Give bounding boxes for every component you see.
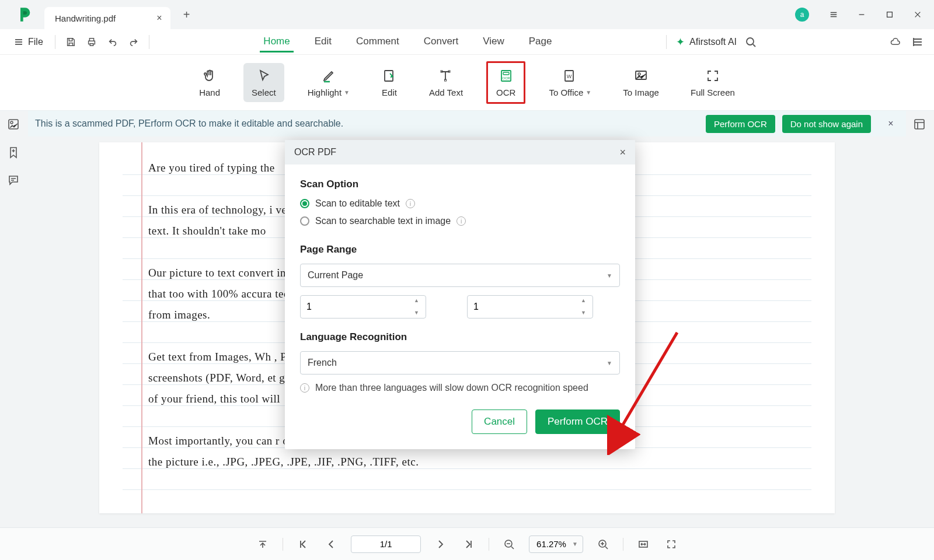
spin-down-icon[interactable]: ▼ xyxy=(414,310,422,316)
page-number-input[interactable] xyxy=(351,536,421,553)
ocr-dialog: OCR PDF × Scan Option Scan to editable t… xyxy=(285,140,635,449)
cloud-button[interactable] xyxy=(887,34,904,50)
tool-highlight[interactable]: Highlight▼ xyxy=(299,63,358,102)
pen-icon xyxy=(320,68,337,84)
file-menu[interactable]: File xyxy=(8,33,49,51)
svg-text:OCR: OCR xyxy=(502,76,510,80)
range-to-spinner[interactable]: ▲▼ xyxy=(467,295,593,318)
last-page-icon[interactable] xyxy=(461,536,477,552)
search-button[interactable] xyxy=(743,34,759,50)
comment-panel-icon[interactable] xyxy=(7,174,21,188)
cursor-icon xyxy=(256,68,272,84)
minimize-button[interactable] xyxy=(848,5,876,24)
svg-rect-15 xyxy=(915,120,924,129)
language-select[interactable]: French ▼ xyxy=(300,351,620,374)
tool-edit[interactable]: Edit xyxy=(373,63,406,102)
hand-icon xyxy=(201,68,218,84)
next-page-icon[interactable] xyxy=(433,536,449,552)
dialog-title: OCR PDF xyxy=(294,147,336,158)
zoom-value: 61.27% xyxy=(536,539,566,549)
chevron-down-icon: ▼ xyxy=(607,360,612,366)
notice-text: This is a scammed PDF, PErform OCR to ma… xyxy=(35,118,699,129)
zoom-select[interactable]: 61.27%▼ xyxy=(529,536,583,553)
tool-to-office[interactable]: WTo Office▼ xyxy=(541,63,600,102)
tool-label: To Image xyxy=(623,88,659,97)
fit-width-icon[interactable] xyxy=(635,536,651,552)
spin-up-icon[interactable]: ▲ xyxy=(581,298,589,303)
page-range-value: Current Page xyxy=(308,270,363,281)
close-window-button[interactable] xyxy=(904,5,932,24)
tool-label: To Office▼ xyxy=(549,88,591,97)
perform-ocr-button[interactable]: Perform OCR xyxy=(535,410,620,434)
zoom-in-icon[interactable] xyxy=(595,536,611,552)
range-from-spinner[interactable]: ▲▼ xyxy=(300,295,426,318)
notice-perform-ocr-button[interactable]: Perform OCR xyxy=(706,115,775,133)
info-icon[interactable]: i xyxy=(456,216,466,226)
notice-dismiss-button[interactable]: Do not show again xyxy=(782,115,871,133)
user-avatar[interactable]: a xyxy=(795,8,809,22)
menu-page[interactable]: Page xyxy=(525,31,556,52)
spin-down-icon[interactable]: ▼ xyxy=(581,310,589,316)
zoom-out-icon[interactable] xyxy=(501,536,517,552)
dialog-header: OCR PDF × xyxy=(285,140,635,164)
radio-checked-icon xyxy=(300,199,309,208)
scan-searchable-radio[interactable]: Scan to searchable text in image i xyxy=(300,216,620,226)
edit-icon xyxy=(381,68,398,84)
panel-toggle-button[interactable] xyxy=(909,34,926,50)
ai-button[interactable]: ✦ Afirstsoft AI xyxy=(676,36,737,48)
document-tab[interactable]: Handwriting.pdf × xyxy=(44,7,170,29)
redo-button[interactable] xyxy=(124,33,143,51)
range-to-input[interactable] xyxy=(473,302,587,312)
spin-up-icon[interactable]: ▲ xyxy=(414,298,422,303)
tool-add-text[interactable]: Add Text xyxy=(421,63,471,102)
prev-page-icon[interactable] xyxy=(323,536,339,552)
menubar: File HomeEditCommentConvertViewPage ✦ Af… xyxy=(0,29,934,55)
hamburger-menu-button[interactable] xyxy=(820,5,848,24)
svg-rect-5 xyxy=(445,79,447,81)
notice-close-icon[interactable]: × xyxy=(883,116,899,132)
info-icon[interactable]: i xyxy=(406,199,415,208)
menu-comment[interactable]: Comment xyxy=(353,31,403,52)
svg-point-12 xyxy=(638,73,640,75)
scan-editable-radio[interactable]: Scan to editable text i xyxy=(300,198,620,209)
page-range-select[interactable]: Current Page ▼ xyxy=(300,264,620,287)
menu-edit[interactable]: Edit xyxy=(311,31,335,52)
tool-to-image[interactable]: To Image xyxy=(615,63,667,102)
cancel-button[interactable]: Cancel xyxy=(472,410,527,434)
tool-ocr[interactable]: OCROCR xyxy=(486,61,525,104)
titlebar: Handwriting.pdf × + a xyxy=(0,0,934,29)
document-text-line: the picture i.e., .JPG, .JPEG, .JPE, .JI… xyxy=(123,448,811,469)
menu-view[interactable]: View xyxy=(479,31,508,52)
margin-line xyxy=(141,142,142,513)
svg-rect-0 xyxy=(887,12,893,18)
thumbnails-icon[interactable] xyxy=(7,118,21,132)
language-value: French xyxy=(308,358,337,368)
scan-option-title: Scan Option xyxy=(300,178,620,190)
range-from-input[interactable] xyxy=(306,302,420,312)
new-tab-button[interactable]: + xyxy=(180,8,194,22)
scroll-top-icon[interactable] xyxy=(255,536,271,552)
statusbar: 61.27%▼ xyxy=(0,527,934,560)
tool-label: OCR xyxy=(496,88,515,97)
first-page-icon[interactable] xyxy=(295,536,311,552)
dialog-close-icon[interactable]: × xyxy=(619,146,626,159)
print-button[interactable] xyxy=(82,33,101,51)
tab-title: Handwriting.pdf xyxy=(55,13,116,23)
ocr-icon: OCR xyxy=(498,68,514,84)
maximize-button[interactable] xyxy=(876,5,904,24)
tool-hand[interactable]: Hand xyxy=(191,63,228,102)
menu-home[interactable]: Home xyxy=(260,31,293,52)
tab-close-icon[interactable]: × xyxy=(156,13,162,23)
tool-select[interactable]: Select xyxy=(243,63,284,102)
menu-convert[interactable]: Convert xyxy=(420,31,462,52)
fit-page-icon[interactable] xyxy=(663,536,679,552)
save-button[interactable] xyxy=(61,33,80,51)
page-range-title: Page Range xyxy=(300,244,620,256)
tool-full-screen[interactable]: Full Screen xyxy=(682,63,743,102)
tool-label: Edit xyxy=(382,88,397,97)
properties-panel-icon[interactable] xyxy=(913,118,927,132)
sparkle-icon: ✦ xyxy=(676,36,685,48)
bookmark-icon[interactable] xyxy=(7,146,21,160)
undo-button[interactable] xyxy=(103,33,122,51)
left-rail xyxy=(0,111,28,527)
